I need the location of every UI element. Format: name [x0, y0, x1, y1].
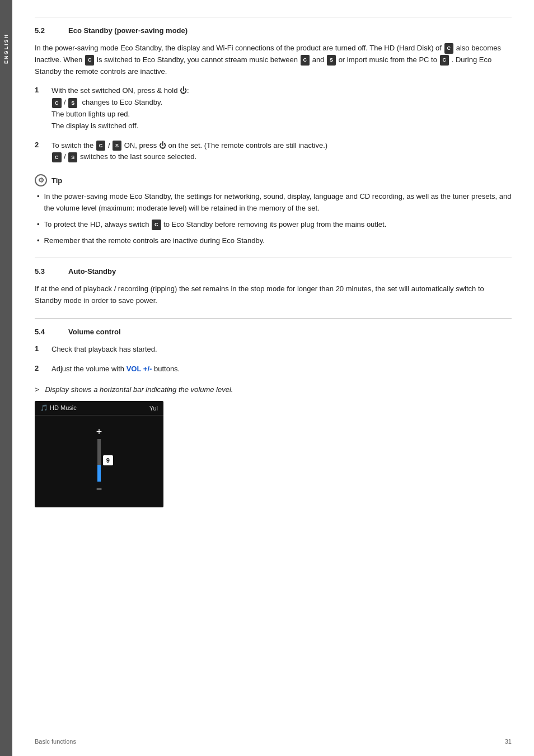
step-5-4-1-num: 1 [35, 344, 51, 356]
tip-bullet-3-text: Remember that the remote controls are in… [44, 235, 265, 247]
step-5-2-2-num: 2 [35, 140, 51, 164]
tip-section: ⚙ Tip In the power-saving mode Eco Stand… [35, 174, 512, 246]
section-5-4: 5.4 Volume control 1 Check that playback… [35, 318, 512, 507]
tip-bullet-1-text: In the power-saving mode Eco Standby, th… [44, 191, 512, 214]
steps-5-2: 1 With the set switched ON, press & hold… [35, 85, 512, 163]
icon-s-step1: S [68, 98, 77, 108]
step-5-2-1: 1 With the set switched ON, press & hold… [35, 85, 512, 132]
section-5-4-header: 5.4 Volume control [35, 328, 512, 336]
sidebar-english: ENGLISH [0, 0, 12, 756]
icon-c-step2b: C [52, 152, 62, 162]
vol-display-header: 🎵 HD Music Yul [35, 401, 163, 416]
step-5-4-1: 1 Check that playback has started. [35, 344, 512, 356]
tip-bullet-3: Remember that the remote controls are in… [35, 235, 512, 247]
section-5-4-number: 5.4 [35, 328, 68, 336]
icon-c-step2a: C [96, 141, 106, 151]
section-5-2-body: In the power-saving mode Eco Standby, th… [35, 43, 512, 77]
icon-c-tip: C [152, 220, 161, 230]
sidebar-label: ENGLISH [3, 34, 9, 64]
step-5-4-1-content: Check that playback has started. [51, 344, 512, 356]
step-5-2-1-content: With the set switched ON, press & hold ⏻… [51, 85, 512, 132]
vol-number: 9 [103, 455, 113, 465]
italic-instruction: > Display shows a horizontal bar indicat… [35, 384, 512, 396]
icon-c-4: C [440, 55, 449, 65]
step-5-2-1-sub3: The display is switched off. [51, 120, 512, 132]
step-5-2-2: 2 To switch the C / S ON, press ⏻ on the… [35, 140, 512, 164]
icon-c-1: C [444, 43, 454, 53]
arrow-gt: > [35, 385, 43, 394]
page-number: 31 [505, 738, 512, 745]
icon-s-1: S [327, 55, 336, 65]
icon-c-3: C [301, 55, 310, 65]
icon-c-2: C [85, 55, 95, 65]
section-5-4-title: Volume control [68, 328, 121, 336]
section-5-2-number: 5.2 [35, 26, 68, 35]
icon-s-step2b: S [68, 152, 77, 162]
step-5-2-1-sub1: C / S changes to Eco Standby. [51, 97, 512, 109]
vol-track: 9 [97, 439, 101, 482]
vol-minus-sign: − [96, 484, 102, 494]
section-5-3-number: 5.3 [35, 267, 68, 276]
tip-bullet-2-text: To protect the HD, always switch C to Ec… [44, 219, 387, 231]
tip-bullet-2: To protect the HD, always switch C to Ec… [35, 219, 512, 231]
step-5-4-2-main: Adjust the volume with [51, 365, 124, 373]
page-footer: Basic functions 31 [35, 738, 512, 745]
vol-header-signal: Yul [149, 405, 158, 412]
vol-fill [97, 465, 101, 482]
tip-label: Tip [51, 176, 62, 185]
step-5-2-2-content: To switch the C / S ON, press ⏻ on the s… [51, 140, 512, 164]
step-5-2-1-num: 1 [35, 85, 51, 132]
tip-bullet-1: In the power-saving mode Eco Standby, th… [35, 191, 512, 214]
step-5-4-2: 2 Adjust the volume with VOL +/- buttons… [35, 363, 512, 375]
vol-label: VOL +/- [127, 365, 152, 373]
section-5-2-title: Eco Standby (power-saving mode) [68, 26, 188, 35]
section-5-3: 5.3 Auto-Standby If at the end of playba… [35, 258, 512, 307]
section-5-2-header: 5.2 Eco Standby (power-saving mode) [35, 26, 512, 35]
italic-text: Display shows a horizontal bar indicatin… [45, 385, 233, 394]
section-5-2: 5.2 Eco Standby (power-saving mode) In t… [35, 17, 512, 163]
vol-header-icon: 🎵 HD Music [40, 404, 77, 412]
vol-body: + 9 − [35, 416, 163, 505]
step-5-4-2-content: Adjust the volume with VOL +/- buttons. [51, 363, 512, 375]
tip-icon: ⚙ [35, 174, 47, 186]
step-5-2-1-sub2: The button lights up red. [51, 109, 512, 120]
icon-c-step1: C [52, 98, 62, 108]
footer-label: Basic functions [35, 738, 76, 745]
section-5-3-header: 5.3 Auto-Standby [35, 267, 512, 276]
tip-bullets: In the power-saving mode Eco Standby, th… [35, 191, 512, 246]
vol-bar-container: + 9 − [96, 427, 102, 494]
section-5-3-title: Auto-Standby [68, 267, 116, 276]
section-5-3-body: If at the end of playback / recording (r… [35, 283, 512, 307]
volume-display: 🎵 HD Music Yul + 9 − [35, 401, 163, 507]
step-5-2-2-main: To switch the C / S ON, press ⏻ on the s… [51, 141, 327, 150]
step-5-4-2-num: 2 [35, 363, 51, 375]
vol-plus-sign: + [96, 427, 102, 437]
step-5-4-1-main: Check that playback has started. [51, 345, 157, 353]
steps-5-4: 1 Check that playback has started. 2 Adj… [35, 344, 512, 375]
tip-header: ⚙ Tip [35, 174, 512, 186]
vol-suffix: buttons. [154, 365, 180, 373]
step-5-2-2-sub1: C / S switches to the last source select… [51, 151, 512, 163]
step-5-2-1-main: With the set switched ON, press & hold ⏻… [51, 86, 189, 95]
icon-s-step2a: S [113, 141, 121, 151]
